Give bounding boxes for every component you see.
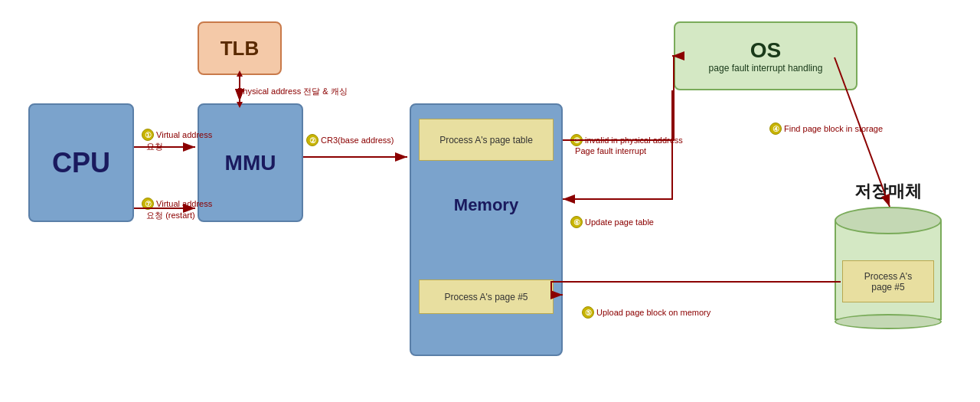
step6-text: Update page table [585,217,654,227]
tlb-arrow-label: Physical address 전달 & 캐싱 [237,86,348,97]
page5-memory-box: Process A's page #5 [419,279,554,314]
tlb-label: TLB [220,37,260,60]
step5-circle: ⑤ [582,306,594,319]
step2-circle: ② [306,134,318,146]
step3-text: invalid in physical address Page fault i… [570,136,683,155]
cpu-box: CPU [28,103,134,222]
step1-label: ① Virtual address 요청 [142,129,212,152]
storage-page5-box: Process A'spage #5 [842,260,934,302]
os-subtitle: page fault interrupt handling [709,63,823,74]
step5-label: ⑤ Upload page block on memory [582,306,710,319]
mmu-box: MMU [198,103,303,222]
tlb-arrow-text: Physical address 전달 & 캐싱 [237,87,348,96]
os-box: OS page fault interrupt handling [674,21,858,90]
storage-label: 저장매체 [835,180,942,203]
step4-circle: ④ [769,123,782,135]
memory-label: Memory [410,195,563,215]
page-table-label: Process A's page table [439,135,533,145]
page-table-box: Process A's page table [419,119,554,161]
step3-circle: ③ [570,134,583,146]
cylinder-top [835,207,942,234]
page5-memory-label: Process A's page #5 [444,292,528,302]
cpu-label: CPU [52,147,110,179]
step7-label: ⑦ Virtual address 요청 (restart) [142,198,212,221]
step5-text: Upload page block on memory [596,308,710,317]
arrow-storage-memory [551,282,841,295]
step1-circle: ① [142,129,154,141]
cylinder-bottom [835,314,942,329]
diagram: CPU TLB MMU Memory Process A's page tabl… [0,0,980,402]
mmu-label: MMU [225,151,276,175]
step6-circle: ⑥ [570,216,583,228]
tlb-box: TLB [198,21,282,75]
step4-text: Find page block in storage [784,124,883,133]
storage-page5-label: Process A'spage #5 [864,271,912,293]
step6-label: ⑥ Update page table [570,216,654,228]
step7-circle: ⑦ [142,198,154,210]
step2-label: ② CR3(base address) [306,134,394,146]
arrow-pagefault-os [563,56,674,140]
step4-label: ④ Find page block in storage [769,123,883,135]
os-title: OS [709,38,823,63]
step2-text: CR3(base address) [321,136,394,145]
step3-label: ③ invalid in physical address Page fault… [570,134,683,155]
